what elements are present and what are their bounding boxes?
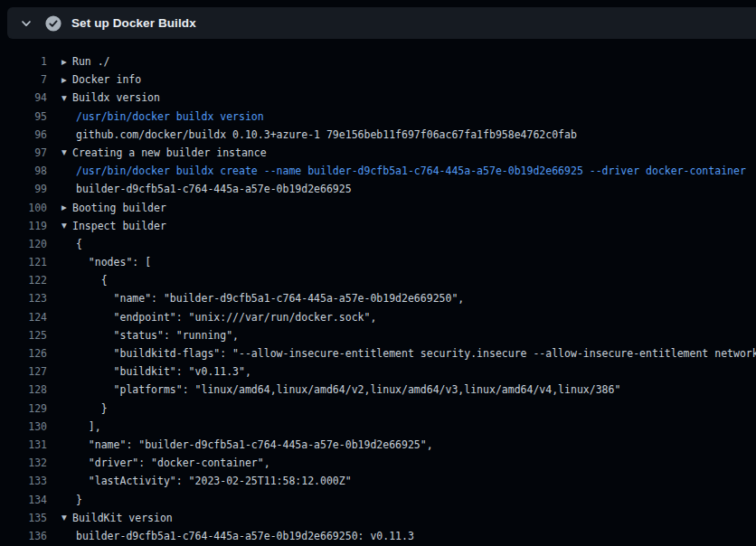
log-line: 128 "platforms": "linux/amd64,linux/amd6…	[0, 381, 756, 399]
group-row-content: ▼BuildKit version	[61, 509, 173, 527]
triangle-right-icon: ▶	[61, 71, 72, 89]
triangle-right-icon: ▶	[61, 53, 72, 71]
log-line[interactable]: 100 ▶Booting builder	[0, 199, 756, 217]
log-line: 123 "name": "builder-d9cfb5a1-c764-445a-…	[0, 289, 756, 307]
line-number[interactable]: 130	[0, 418, 47, 436]
line-number[interactable]: 128	[0, 381, 47, 399]
log-line: 132 "driver": "docker-container",	[0, 454, 756, 472]
output-text: "buildkit": "v0.11.3",	[76, 362, 251, 381]
chevron-down-icon[interactable]	[19, 16, 33, 31]
line-number[interactable]: 7	[0, 71, 47, 89]
line-number[interactable]: 96	[0, 126, 47, 144]
line-number[interactable]: 134	[0, 491, 47, 509]
group-title: Creating a new builder instance	[72, 146, 267, 159]
line-number[interactable]: 121	[0, 253, 47, 271]
step-header[interactable]: Set up Docker Buildx	[7, 7, 756, 39]
group-title: Booting builder	[72, 202, 166, 214]
output-text: "endpoint": "unix:///var/run/docker.sock…	[76, 308, 376, 326]
line-number[interactable]: 119	[0, 217, 47, 235]
line-number[interactable]: 120	[0, 235, 47, 253]
triangle-right-icon: ▶	[61, 199, 72, 217]
group-row-content: ▼Creating a new builder instance	[61, 144, 267, 162]
output-text: "driver": "docker-container",	[76, 454, 270, 472]
log-line: 121 "nodes": [	[0, 253, 756, 271]
line-number[interactable]: 94	[0, 89, 47, 107]
line-number[interactable]: 100	[0, 199, 47, 217]
output-text: "nodes": [	[76, 253, 151, 271]
group-title: Docker info	[72, 73, 141, 86]
group-title: Run ./	[72, 55, 110, 68]
log-line: 122 {	[0, 271, 756, 289]
log-line: 130 ],	[0, 418, 756, 436]
line-number[interactable]: 1	[0, 52, 47, 71]
output-text: github.com/docker/buildx 0.10.3+azure-1 …	[76, 126, 577, 144]
output-text: {	[76, 235, 82, 253]
group-title: Buildx version	[72, 91, 160, 104]
output-text: "name": "builder-d9cfb5a1-c764-445a-a57e…	[76, 436, 433, 454]
line-number[interactable]: 136	[0, 527, 47, 545]
log-line[interactable]: 94 ▼Buildx version	[0, 89, 756, 107]
log-line: 96 github.com/docker/buildx 0.10.3+azure…	[0, 126, 756, 144]
log-line: 124 "endpoint": "unix:///var/run/docker.…	[0, 308, 756, 326]
group-title: BuildKit version	[72, 512, 173, 524]
output-text: ],	[76, 418, 101, 436]
line-number[interactable]: 125	[0, 326, 47, 344]
line-number[interactable]: 132	[0, 454, 47, 472]
line-number[interactable]: 133	[0, 472, 47, 490]
line-number[interactable]: 98	[0, 162, 47, 180]
step-title: Set up Docker Buildx	[71, 16, 196, 30]
group-row-content: ▶Docker info	[61, 71, 141, 89]
triangle-down-icon: ▼	[61, 509, 72, 527]
output-text: builder-d9cfb5a1-c764-445a-a57e-0b19d2e6…	[76, 527, 414, 545]
log-line[interactable]: 97 ▼Creating a new builder instance	[0, 144, 756, 162]
log-line: 95 /usr/bin/docker buildx version	[0, 108, 756, 126]
line-number[interactable]: 124	[0, 308, 47, 326]
group-row-content: ▼Buildx version	[61, 89, 160, 107]
log-line: 99 builder-d9cfb5a1-c764-445a-a57e-0b19d…	[0, 180, 756, 198]
line-number[interactable]: 129	[0, 400, 47, 418]
log-line: 120 {	[0, 235, 756, 253]
log-line: 131 "name": "builder-d9cfb5a1-c764-445a-…	[0, 436, 756, 454]
line-number[interactable]: 123	[0, 289, 47, 307]
line-number[interactable]: 127	[0, 362, 47, 381]
log-line: 129 }	[0, 400, 756, 418]
log-line: 133 "lastActivity": "2023-02-25T11:58:12…	[0, 472, 756, 490]
log-line: 127 "buildkit": "v0.11.3",	[0, 362, 756, 381]
output-text: }	[76, 400, 108, 418]
log-container: 1 ▶Run ./ 7 ▶Docker info 94 ▼Buildx vers…	[0, 52, 756, 545]
line-number[interactable]: 99	[0, 180, 47, 198]
log-lines: 1 ▶Run ./ 7 ▶Docker info 94 ▼Buildx vers…	[0, 52, 756, 545]
triangle-down-icon: ▼	[61, 89, 72, 108]
group-row-content: ▶Run ./	[61, 52, 110, 71]
triangle-down-icon: ▼	[61, 217, 72, 235]
output-text: {	[76, 271, 108, 289]
output-text: "platforms": "linux/amd64,linux/amd64/v2…	[76, 381, 620, 399]
log-line: 136 builder-d9cfb5a1-c764-445a-a57e-0b19…	[0, 527, 756, 545]
output-text: "status": "running",	[76, 326, 239, 344]
group-row-content: ▶Booting builder	[61, 199, 166, 217]
line-number[interactable]: 95	[0, 108, 47, 126]
log-line[interactable]: 7 ▶Docker info	[0, 71, 756, 89]
log-line[interactable]: 135 ▼BuildKit version	[0, 509, 756, 527]
output-text: "name": "builder-d9cfb5a1-c764-445a-a57e…	[76, 289, 464, 307]
check-circle-icon	[45, 15, 61, 32]
line-number[interactable]: 131	[0, 436, 47, 454]
output-text: "buildkitd-flags": "--allow-insecure-ent…	[76, 344, 756, 362]
line-number[interactable]: 126	[0, 344, 47, 362]
line-number[interactable]: 135	[0, 509, 47, 527]
line-number[interactable]: 122	[0, 271, 47, 289]
command-text: /usr/bin/docker buildx version	[76, 108, 264, 126]
log-line[interactable]: 1 ▶Run ./	[0, 52, 756, 71]
command-text: /usr/bin/docker buildx create --name bui…	[76, 162, 746, 180]
line-number[interactable]: 97	[0, 144, 47, 162]
log-line: 125 "status": "running",	[0, 326, 756, 344]
log-line: 98 /usr/bin/docker buildx create --name …	[0, 162, 756, 180]
output-text: "lastActivity": "2023-02-25T11:58:12.000…	[76, 472, 352, 490]
group-row-content: ▼Inspect builder	[61, 217, 166, 235]
group-title: Inspect builder	[72, 220, 166, 232]
log-line: 134 }	[0, 491, 756, 509]
triangle-down-icon: ▼	[61, 144, 72, 162]
log-line: 126 "buildkitd-flags": "--allow-insecure…	[0, 344, 756, 362]
log-line[interactable]: 119 ▼Inspect builder	[0, 217, 756, 235]
output-text: builder-d9cfb5a1-c764-445a-a57e-0b19d2e6…	[76, 180, 352, 198]
